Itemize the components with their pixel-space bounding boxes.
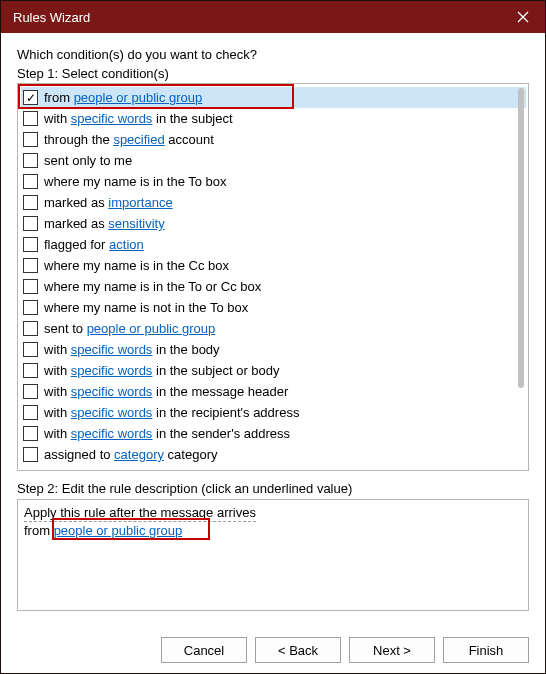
button-row: Cancel < Back Next > Finish: [1, 623, 545, 674]
condition-pre: with: [44, 342, 71, 357]
condition-checkbox[interactable]: [23, 447, 38, 462]
description-line1: Apply this rule after the message arrive…: [24, 504, 522, 522]
condition-checkbox[interactable]: [23, 405, 38, 420]
condition-row[interactable]: with specific words in the subject: [21, 108, 526, 129]
step2-label: Step 2: Edit the rule description (click…: [17, 481, 529, 496]
condition-row[interactable]: marked as sensitivity: [21, 213, 526, 234]
condition-pre: sent only to me: [44, 153, 132, 168]
condition-row[interactable]: from people or public group: [21, 87, 526, 108]
condition-post: category: [164, 447, 217, 462]
condition-text: assigned to category category: [44, 444, 524, 465]
condition-checkbox[interactable]: [23, 174, 38, 189]
condition-post: in the body: [152, 342, 219, 357]
condition-checkbox[interactable]: [23, 384, 38, 399]
rule-description-box: Apply this rule after the message arrive…: [17, 499, 529, 611]
condition-checkbox[interactable]: [23, 363, 38, 378]
condition-pre: flagged for: [44, 237, 109, 252]
condition-checkbox[interactable]: [23, 153, 38, 168]
condition-pre: with: [44, 405, 71, 420]
condition-pre: with: [44, 426, 71, 441]
condition-post: in the recipient's address: [152, 405, 299, 420]
condition-pre: where my name is not in the To box: [44, 300, 248, 315]
condition-post: account: [165, 132, 214, 147]
condition-checkbox[interactable]: [23, 111, 38, 126]
condition-checkbox[interactable]: [23, 342, 38, 357]
scrollbar-thumb[interactable]: [518, 88, 524, 388]
description-link-people[interactable]: people or public group: [54, 523, 183, 540]
condition-link[interactable]: people or public group: [74, 90, 203, 105]
description-line1-text: Apply this rule after the message arrive…: [24, 505, 256, 522]
condition-checkbox[interactable]: [23, 216, 38, 231]
condition-checkbox[interactable]: [23, 258, 38, 273]
condition-post: in the subject: [152, 111, 232, 126]
condition-text: marked as importance: [44, 192, 524, 213]
window-title: Rules Wizard: [13, 10, 501, 25]
condition-pre: from: [44, 90, 74, 105]
condition-text: with specific words in the recipient's a…: [44, 402, 524, 423]
condition-pre: with: [44, 111, 71, 126]
condition-row[interactable]: with specific words in the sender's addr…: [21, 423, 526, 444]
condition-row[interactable]: with specific words in the subject or bo…: [21, 360, 526, 381]
condition-row[interactable]: with specific words in the body: [21, 339, 526, 360]
condition-text: with specific words in the body: [44, 339, 524, 360]
next-button[interactable]: Next >: [349, 637, 435, 663]
condition-link[interactable]: sensitivity: [108, 216, 164, 231]
condition-pre: marked as: [44, 195, 108, 210]
condition-link[interactable]: importance: [108, 195, 172, 210]
condition-row[interactable]: where my name is in the To or Cc box: [21, 276, 526, 297]
condition-text: where my name is in the To box: [44, 171, 524, 192]
condition-link[interactable]: specified: [113, 132, 164, 147]
condition-checkbox[interactable]: [23, 426, 38, 441]
condition-row[interactable]: sent only to me: [21, 150, 526, 171]
condition-row[interactable]: marked as importance: [21, 192, 526, 213]
condition-row[interactable]: where my name is not in the To box: [21, 297, 526, 318]
condition-checkbox[interactable]: [23, 300, 38, 315]
condition-link[interactable]: category: [114, 447, 164, 462]
prompt-text: Which condition(s) do you want to check?: [17, 47, 529, 62]
condition-link[interactable]: action: [109, 237, 144, 252]
rules-wizard-window: Rules Wizard Which condition(s) do you w…: [0, 0, 546, 674]
condition-link[interactable]: specific words: [71, 384, 153, 399]
condition-row[interactable]: with specific words in the recipient's a…: [21, 402, 526, 423]
condition-post: in the subject or body: [152, 363, 279, 378]
step1-label: Step 1: Select condition(s): [17, 66, 529, 81]
condition-link[interactable]: specific words: [71, 342, 153, 357]
condition-link[interactable]: specific words: [71, 111, 153, 126]
condition-pre: with: [44, 363, 71, 378]
conditions-listbox[interactable]: from people or public groupwith specific…: [17, 83, 529, 471]
condition-text: with specific words in the subject or bo…: [44, 360, 524, 381]
condition-checkbox[interactable]: [23, 321, 38, 336]
description-line2-pre: from: [24, 523, 54, 538]
condition-link[interactable]: people or public group: [87, 321, 216, 336]
condition-row[interactable]: flagged for action: [21, 234, 526, 255]
condition-link[interactable]: specific words: [71, 363, 153, 378]
condition-link[interactable]: specific words: [71, 426, 153, 441]
condition-row[interactable]: sent to people or public group: [21, 318, 526, 339]
close-button[interactable]: [501, 1, 545, 33]
condition-link[interactable]: specific words: [71, 405, 153, 420]
condition-text: through the specified account: [44, 129, 524, 150]
condition-text: with specific words in the subject: [44, 108, 524, 129]
condition-row[interactable]: assigned to category category: [21, 444, 526, 465]
condition-text: where my name is in the To or Cc box: [44, 276, 524, 297]
condition-row[interactable]: where my name is in the Cc box: [21, 255, 526, 276]
dialog-content: Which condition(s) do you want to check?…: [1, 33, 545, 623]
conditions-list-wrap: from people or public groupwith specific…: [17, 83, 529, 471]
cancel-button[interactable]: Cancel: [161, 637, 247, 663]
condition-checkbox[interactable]: [23, 132, 38, 147]
finish-button[interactable]: Finish: [443, 637, 529, 663]
condition-pre: where my name is in the Cc box: [44, 258, 229, 273]
condition-checkbox[interactable]: [23, 90, 38, 105]
condition-checkbox[interactable]: [23, 195, 38, 210]
condition-text: marked as sensitivity: [44, 213, 524, 234]
condition-post: in the sender's address: [152, 426, 290, 441]
condition-checkbox[interactable]: [23, 237, 38, 252]
back-button[interactable]: < Back: [255, 637, 341, 663]
condition-checkbox[interactable]: [23, 279, 38, 294]
condition-pre: assigned to: [44, 447, 114, 462]
condition-row[interactable]: with specific words in the message heade…: [21, 381, 526, 402]
condition-text: sent to people or public group: [44, 318, 524, 339]
condition-row[interactable]: where my name is in the To box: [21, 171, 526, 192]
condition-row[interactable]: through the specified account: [21, 129, 526, 150]
condition-pre: where my name is in the To or Cc box: [44, 279, 261, 294]
